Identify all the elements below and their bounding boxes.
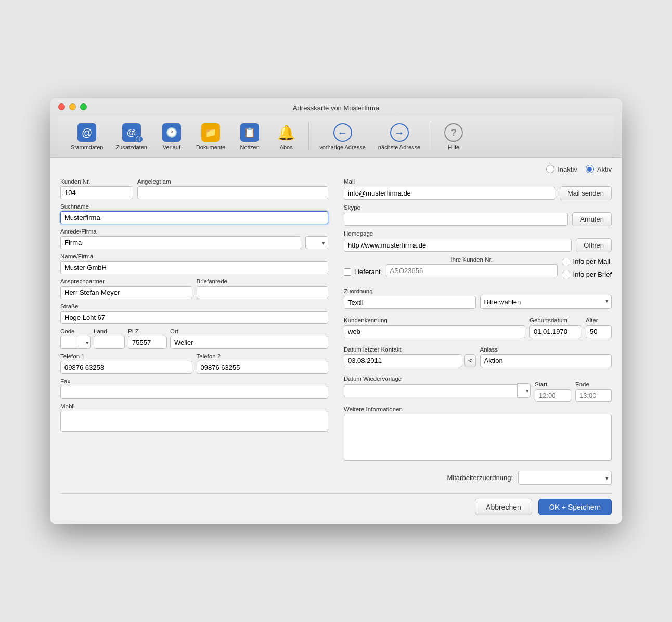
mobil-input[interactable] [60,411,328,432]
abbrechen-button[interactable]: Abbrechen [475,499,532,515]
ok-speichern-button[interactable]: OK + Speichern [538,499,612,515]
content-area: Inaktiv Aktiv Kunden Nr. Angelegt am [50,158,622,524]
code-input[interactable] [60,336,77,349]
toolbar-notizen[interactable]: 📋 Notizen [231,120,268,152]
anrufen-button[interactable]: Anrufen [572,212,612,226]
kunden-nr-input[interactable] [60,186,133,199]
ende-input[interactable] [575,389,612,402]
geburtsdatum-input[interactable] [529,325,581,338]
oeffnen-button[interactable]: Öffnen [576,238,612,252]
zusatzdaten-icon: @ i [121,122,142,143]
datum-wiedervorlage-input[interactable] [344,384,517,397]
kundenkennung-input[interactable] [344,325,525,338]
notizen-icon: 📋 [239,122,260,143]
telefon2-label: Telefon 2 [197,353,329,359]
info-per-brief-label: Info per Brief [573,270,612,278]
wiedervorlage-select[interactable] [517,383,531,398]
weitere-info-textarea[interactable] [344,414,612,461]
ort-input[interactable] [170,336,328,349]
next-label: nächste Adresse [378,144,420,150]
strasse-label: Straße [60,303,328,309]
status-row: Inaktiv Aktiv [60,165,612,173]
maximize-button[interactable] [80,103,87,110]
bitte-waehlen-group: Bitte wählen ▾ [480,286,612,309]
strasse-input[interactable] [60,311,328,324]
lieferant-label: Lieferant [354,268,381,276]
code-select[interactable] [77,336,91,349]
land-input[interactable] [94,336,125,349]
plz-input[interactable] [128,336,167,349]
hilfe-icon: ? [443,122,464,143]
datum-letzter-kontakt-input[interactable] [344,354,462,367]
close-button[interactable] [58,103,65,110]
toolbar-zusatzdaten[interactable]: @ i Zusatzdaten [109,120,153,152]
toolbar-dokumente[interactable]: 📁 Dokumente [190,120,231,152]
skype-input[interactable] [344,213,568,226]
telefon2-input[interactable] [197,361,329,374]
stammdaten-label: Stammdaten [71,144,103,150]
angelegt-am-input[interactable] [137,186,328,199]
datum-arrow-button[interactable]: < [464,354,476,367]
toolbar-abos[interactable]: 🔔 Abos [268,120,304,152]
toolbar-prev[interactable]: ← vorherige Adresse [313,120,372,152]
prev-label: vorherige Adresse [319,144,366,150]
anlass-input[interactable] [480,354,612,367]
wiedervorlage-select-wrapper: ▾ [517,383,531,398]
name-firma-input[interactable] [60,261,328,274]
land-subgroup: Land [94,328,125,349]
ansp-brief-row: Ansprechpartner Briefanrede [60,278,328,303]
info-per-mail-checkbox[interactable] [563,258,570,265]
bottom-row: Abbrechen OK + Speichern [60,493,612,515]
toolbar-verlauf[interactable]: 🕐 Verlauf [153,120,190,152]
zuordnung-input[interactable] [344,296,476,309]
mail-input[interactable] [344,187,555,200]
anrede-select[interactable] [305,236,328,249]
anlass-label: Anlass [480,346,612,353]
geburtsdatum-group: Geburtsdatum [529,317,581,338]
plz-subgroup: PLZ [128,328,167,349]
mail-senden-button[interactable]: Mail senden [560,186,612,200]
mitarbeiter-select[interactable] [518,471,612,485]
mail-group: Mail Mail senden [344,178,612,200]
mitarbeiter-select-wrapper: ▾ [518,471,612,485]
suchname-input[interactable] [60,211,328,224]
suchname-group: Suchname [60,203,328,224]
zuordnung-label: Zuordnung [344,288,476,294]
start-input[interactable] [535,389,571,402]
aktiv-radio[interactable] [586,165,594,173]
info-per-brief-checkbox[interactable] [563,271,570,278]
fax-input[interactable] [60,386,328,399]
info-per-mail-label: Info per Mail [573,257,611,265]
bitte-waehlen-select[interactable]: Bitte wählen [480,295,612,309]
briefanrede-input[interactable] [197,286,329,299]
datum-wiedervorlage-label: Datum Wiedervorlage [344,375,531,382]
toolbar-hilfe[interactable]: ? Hilfe [435,120,472,152]
code-land-plz-ort-group: Code ▾ [60,328,328,349]
kundenkennung-group: Kundenkennung [344,317,525,338]
toolbar-next[interactable]: → nächste Adresse [372,120,427,152]
alter-input[interactable] [586,325,612,338]
minimize-button[interactable] [69,103,76,110]
inaktiv-radio[interactable] [546,165,554,173]
ihre-kunden-input[interactable] [386,264,558,277]
datum-wiedervorlage-group: Datum Wiedervorlage ▾ [344,375,531,398]
fax-group: Fax [60,378,328,399]
homepage-input[interactable] [344,239,572,252]
toolbar-separator-2 [431,122,431,150]
plz-label: PLZ [128,328,167,334]
telefon1-input[interactable] [60,361,192,374]
toolbar-stammdaten[interactable]: @ Stammdaten [64,120,109,152]
lieferant-checkbox[interactable] [344,268,351,276]
anrede-firma-label: Anrede/Firma [60,228,328,235]
hilfe-label: Hilfe [448,144,459,150]
alter-group: Alter [586,317,612,338]
toolbar-separator [308,122,309,150]
weitere-info-group: Weitere Informationen [344,406,612,462]
dokumente-label: Dokumente [196,144,225,150]
anrede-firma-input[interactable] [60,236,301,249]
datum-letzter-kontakt-group: Datum letzter Kontakt < [344,346,476,367]
datum-letzter-kontakt-label: Datum letzter Kontakt [344,346,476,353]
ansprechpartner-input[interactable] [60,286,192,299]
ende-group: Ende [575,381,612,402]
suchname-label: Suchname [60,203,328,210]
